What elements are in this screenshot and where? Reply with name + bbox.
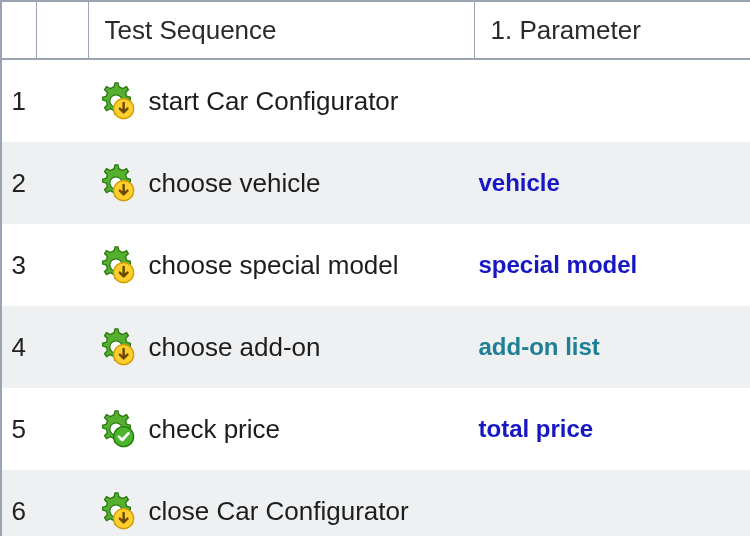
test-sequence-label: choose add-on [149, 332, 321, 363]
row-number: 5 [2, 388, 36, 470]
test-sequence-cell[interactable]: start Car Configurator [88, 59, 474, 142]
gear-arrow-icon [95, 326, 137, 368]
parameter-cell[interactable]: total price [474, 388, 750, 470]
table-row[interactable]: 5check pricetotal price [2, 388, 750, 470]
test-sequence-label: choose vehicle [149, 168, 321, 199]
parameter-cell[interactable]: special model [474, 224, 750, 306]
test-sequence-cell[interactable]: choose add-on [88, 306, 474, 388]
table-row[interactable]: 2choose vehiclevehicle [2, 142, 750, 224]
row-spacer [36, 59, 88, 142]
table-row[interactable]: 4choose add-onadd-on list [2, 306, 750, 388]
parameter-value: total price [479, 415, 594, 442]
parameter-value: special model [479, 251, 638, 278]
test-sequence-cell[interactable]: check price [88, 388, 474, 470]
column-header-gutter1 [2, 1, 36, 59]
column-header-sequence[interactable]: Test Sequence [88, 1, 474, 59]
table-row[interactable]: 1start Car Configurator [2, 59, 750, 142]
gear-arrow-icon [95, 80, 137, 122]
test-sequence-cell[interactable]: close Car Configurator [88, 470, 474, 536]
row-number: 1 [2, 59, 36, 142]
row-number: 3 [2, 224, 36, 306]
column-header-sequence-label: Test Sequence [89, 2, 474, 58]
row-number: 4 [2, 306, 36, 388]
parameter-cell [474, 470, 750, 536]
parameter-cell[interactable]: vehicle [474, 142, 750, 224]
row-spacer [36, 470, 88, 536]
column-header-parameter[interactable]: 1. Parameter [474, 1, 750, 59]
parameter-value: add-on list [479, 333, 600, 360]
gear-arrow-icon [95, 244, 137, 286]
row-spacer [36, 306, 88, 388]
test-sequence-cell[interactable]: choose special model [88, 224, 474, 306]
column-header-parameter-label: 1. Parameter [475, 2, 751, 58]
table-header-row: Test Sequence 1. Parameter [2, 1, 750, 59]
gear-check-icon [95, 408, 137, 450]
table-row[interactable]: 3choose special modelspecial model [2, 224, 750, 306]
test-sequence-label: close Car Configurator [149, 496, 409, 527]
test-sequence-cell[interactable]: choose vehicle [88, 142, 474, 224]
parameter-cell [474, 59, 750, 142]
gear-arrow-icon [95, 490, 137, 532]
row-spacer [36, 142, 88, 224]
test-sequence-table: Test Sequence 1. Parameter 1start Car Co… [2, 0, 750, 536]
test-sequence-label: check price [149, 414, 281, 445]
row-spacer [36, 388, 88, 470]
row-number: 2 [2, 142, 36, 224]
gear-arrow-icon [95, 162, 137, 204]
test-sequence-label: start Car Configurator [149, 86, 399, 117]
row-number: 6 [2, 470, 36, 536]
table-row[interactable]: 6close Car Configurator [2, 470, 750, 536]
test-sequence-label: choose special model [149, 250, 399, 281]
row-spacer [36, 224, 88, 306]
column-header-gutter2 [36, 1, 88, 59]
parameter-value: vehicle [479, 169, 560, 196]
parameter-cell[interactable]: add-on list [474, 306, 750, 388]
